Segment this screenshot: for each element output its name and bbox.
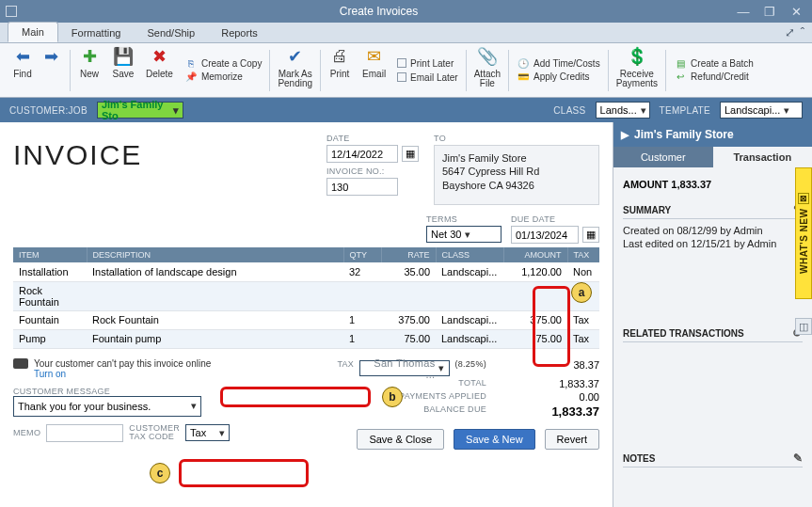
- side-tab-transaction[interactable]: Transaction: [713, 147, 813, 167]
- window-title: Create Invoices: [24, 5, 733, 18]
- check-icon: ✔: [284, 45, 307, 68]
- copy-icon: ⎘: [184, 58, 198, 70]
- invoice-no-input[interactable]: [326, 178, 398, 196]
- invoice-document: INVOICE DATE ▦ INVOICE NO.: TO Jim's Fam: [0, 122, 613, 507]
- last-edited-text: Last edited on 12/15/21 by Admin: [623, 238, 803, 249]
- chevron-down-icon: ▾: [641, 104, 646, 117]
- online-pay-text: Your customer can't pay this invoice onl…: [34, 358, 211, 369]
- payments-applied: 0.00: [515, 391, 599, 403]
- notes-header: NOTES: [623, 453, 655, 464]
- minimize-button[interactable]: —: [733, 4, 754, 19]
- chevron-down-icon: ▾: [173, 104, 179, 117]
- email-button[interactable]: ✉Email: [357, 45, 391, 96]
- table-row[interactable]: FountainRock Fountain1375.00Landscapi...…: [13, 310, 599, 329]
- close-whats-new-icon[interactable]: ⊠: [798, 193, 809, 204]
- invoice-title: INVOICE: [13, 134, 142, 205]
- save-button[interactable]: 💾Save: [106, 45, 140, 96]
- chevron-down-icon: ▾: [784, 104, 789, 117]
- clock-icon: 🕒: [517, 58, 530, 70]
- tax-item-select[interactable]: San Thomas ...▾: [359, 360, 450, 376]
- whats-new-tab[interactable]: WHAT'S NEW⊠: [795, 167, 812, 299]
- customer-tax-code-label: CUSTOMER TAX CODE: [129, 424, 180, 441]
- memo-input[interactable]: [46, 424, 123, 442]
- save-icon: 💾: [112, 45, 135, 68]
- customer-tax-code-select[interactable]: Tax▾: [185, 424, 230, 441]
- print-icon: 🖨: [328, 45, 351, 68]
- card-icon: [13, 358, 28, 369]
- annotation-c: c: [150, 463, 170, 483]
- side-amount: AMOUNT 1,833.37: [623, 179, 803, 190]
- maximize-button[interactable]: ❐: [759, 4, 780, 19]
- due-date-label: DUE DATE: [511, 214, 599, 224]
- delete-icon: ✖: [148, 45, 170, 68]
- terms-select[interactable]: Net 30▾: [426, 226, 502, 243]
- close-button[interactable]: ✕: [786, 4, 806, 19]
- class-select[interactable]: Lands...▾: [596, 102, 650, 119]
- turn-on-link[interactable]: Turn on: [34, 369, 211, 379]
- date-label: DATE: [326, 134, 419, 143]
- new-icon: ✚: [78, 45, 101, 68]
- customer-message-select[interactable]: Thank you for your business.▾: [13, 396, 201, 417]
- date-input[interactable]: [326, 145, 398, 163]
- calendar-icon[interactable]: ▦: [402, 146, 419, 162]
- memo-label: MEMO: [13, 428, 40, 437]
- terms-label: TERMS: [426, 214, 502, 224]
- edit-notes-icon[interactable]: ✎: [793, 452, 803, 465]
- dollar-icon: 💲: [626, 45, 648, 68]
- refund-credit-button[interactable]: ↩Refund/Credit: [674, 71, 754, 83]
- table-row[interactable]: Rock Fountain: [13, 281, 599, 310]
- tab-formatting[interactable]: Formatting: [58, 24, 135, 42]
- attach-icon: 📎: [476, 45, 499, 68]
- copy-memorize-stack: ⎘Create a Copy 📌Memorize: [179, 58, 267, 83]
- email-later-checkbox[interactable]: Email Later: [397, 71, 458, 84]
- create-batch-button[interactable]: ▤Create a Batch: [674, 58, 754, 70]
- calendar-icon[interactable]: ▦: [582, 227, 599, 243]
- due-date-input[interactable]: [511, 226, 579, 244]
- save-close-button[interactable]: Save & Close: [357, 429, 444, 450]
- tab-main[interactable]: Main: [8, 22, 58, 42]
- ribbon: ⬅Find ➡ ✚New 💾Save ✖Delete ⎘Create a Cop…: [0, 43, 812, 98]
- side-badge-icon[interactable]: ◫: [795, 318, 812, 335]
- to-label: TO: [434, 134, 599, 143]
- memorize-button[interactable]: 📌Memorize: [184, 71, 262, 83]
- find-next-button[interactable]: ➡: [34, 45, 68, 96]
- new-button[interactable]: ✚New: [72, 45, 106, 96]
- save-new-button[interactable]: Save & New: [454, 429, 535, 450]
- apply-credits-button[interactable]: 💳Apply Credits: [517, 71, 600, 83]
- side-tab-customer[interactable]: Customer: [613, 147, 713, 167]
- create-copy-button[interactable]: ⎘Create a Copy: [184, 58, 262, 70]
- balance-due: 1,833.37: [515, 404, 599, 419]
- delete-button[interactable]: ✖Delete: [140, 45, 179, 96]
- window-menu-icon[interactable]: [6, 6, 17, 17]
- mark-pending-button[interactable]: ✔Mark As Pending: [272, 45, 318, 96]
- table-row[interactable]: InstallationInstallation of landscape de…: [13, 262, 599, 281]
- annotation-box-c: [179, 459, 309, 487]
- customer-message-label: CUSTOMER MESSAGE: [13, 387, 230, 396]
- add-time-costs-button[interactable]: 🕒Add Time/Costs: [517, 58, 600, 70]
- email-icon: ✉: [363, 45, 386, 68]
- arrow-left-icon: ⬅: [11, 45, 34, 68]
- related-transactions-header: RELATED TRANSACTIONS: [623, 328, 744, 339]
- line-items-table[interactable]: ITEM DESCRIPTION QTY RATE CLASS AMOUNT T…: [13, 247, 599, 349]
- attach-file-button[interactable]: 📎Attach File: [469, 45, 506, 96]
- print-button[interactable]: 🖨Print: [323, 45, 357, 96]
- total-amount: 1,833.37: [515, 378, 599, 389]
- chevron-right-icon[interactable]: ▶: [621, 129, 629, 141]
- tab-reports[interactable]: Reports: [208, 24, 271, 42]
- table-row[interactable]: PumpFountain pump175.00Landscapi...75.00…: [13, 329, 599, 348]
- pin-icon: 📌: [184, 71, 198, 83]
- titlebar: Create Invoices — ❐ ✕: [0, 0, 812, 23]
- customer-job-select[interactable]: Jim's Family Sto▾: [97, 102, 183, 119]
- receive-payments-button[interactable]: 💲Receive Payments: [611, 45, 663, 96]
- revert-button[interactable]: Revert: [545, 429, 599, 450]
- class-label: CLASS: [553, 105, 585, 116]
- document-header-bar: CUSTOMER:JOB Jim's Family Sto▾ CLASS Lan…: [0, 98, 812, 122]
- print-later-checkbox[interactable]: Print Later: [397, 57, 458, 70]
- template-select[interactable]: Landscapi...▾: [720, 102, 803, 119]
- ribbon-up-icon[interactable]: ˆ: [801, 25, 804, 40]
- invoice-no-label: INVOICE NO.:: [326, 166, 419, 176]
- collapse-ribbon-icon[interactable]: ⤢: [785, 25, 795, 40]
- ship-to-box[interactable]: Jim's Family Store 5647 Cypress Hill Rd …: [434, 145, 599, 205]
- tab-sendship[interactable]: Send/Ship: [134, 24, 208, 42]
- batch-icon: ▤: [674, 58, 687, 70]
